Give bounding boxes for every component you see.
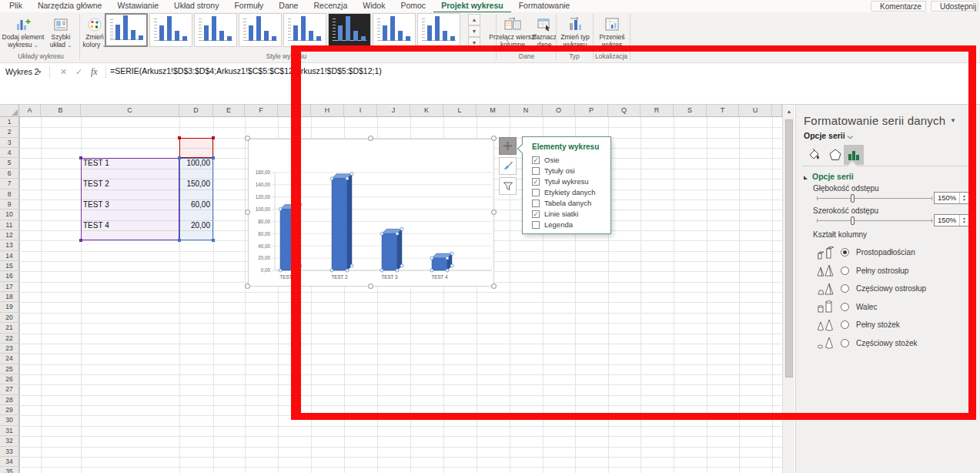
- row-header-27[interactable]: 27: [0, 384, 19, 394]
- gridline-v: [213, 117, 214, 473]
- gridline-h: [19, 436, 782, 437]
- thumb-bar: [249, 25, 253, 41]
- chart-selection-handle[interactable]: [245, 136, 250, 141]
- divider: [49, 66, 50, 78]
- annotation-rectangle: [291, 45, 976, 420]
- row-header-2[interactable]: 2: [0, 127, 19, 137]
- row-header-7[interactable]: 7: [0, 179, 19, 189]
- row-header-10[interactable]: 10: [0, 210, 19, 220]
- chart-selection-handle[interactable]: [245, 210, 250, 215]
- thumb-bar: [227, 36, 232, 41]
- thumb-axis: [377, 18, 380, 41]
- selection-handle: [79, 239, 82, 242]
- column-header-D[interactable]: D: [179, 105, 213, 117]
- row-header-33[interactable]: 33: [0, 447, 19, 457]
- tab-recenzja[interactable]: Recenzja: [306, 0, 355, 13]
- row-header-12[interactable]: 12: [0, 230, 19, 240]
- row-header-16[interactable]: 16: [0, 271, 19, 281]
- tab-plik[interactable]: Plik: [2, 0, 30, 13]
- share-button[interactable]: Udostępnij: [931, 1, 978, 12]
- thumb-bar: [204, 25, 209, 41]
- row-header-21[interactable]: 21: [0, 323, 19, 333]
- gallery-scroll-down[interactable]: ▼: [468, 25, 480, 37]
- cell-D11: 20,00: [179, 220, 210, 230]
- row-header-35[interactable]: 35: [0, 467, 19, 473]
- change-colors-icon: [87, 15, 102, 34]
- tab-dane[interactable]: Dane: [271, 0, 306, 13]
- cancel-icon[interactable]: ✕: [60, 65, 67, 79]
- column-header-F[interactable]: F: [245, 105, 278, 117]
- thumb-bar: [316, 36, 321, 41]
- name-box-dropdown-icon[interactable]: ▼: [37, 65, 42, 79]
- chart-selection-handle[interactable]: [245, 283, 250, 289]
- tab-formuły[interactable]: Formuły: [226, 0, 271, 13]
- row-header-34[interactable]: 34: [0, 457, 19, 467]
- row-header-23[interactable]: 23: [0, 344, 19, 354]
- row-header-32[interactable]: 32: [0, 436, 19, 446]
- tab-widok[interactable]: Widok: [355, 0, 393, 13]
- row-header-11[interactable]: 11: [0, 220, 19, 230]
- row-header-28[interactable]: 28: [0, 395, 19, 405]
- row-header-25[interactable]: 25: [0, 364, 19, 374]
- chart-style-thumbnail-4[interactable]: [239, 13, 282, 47]
- row-header-5[interactable]: 5: [0, 158, 19, 168]
- gallery-scroll-up[interactable]: ▲: [468, 14, 480, 25]
- chart-style-thumbnail-5[interactable]: [283, 13, 326, 47]
- comments-button[interactable]: Komentarze: [871, 1, 926, 12]
- row-header-15[interactable]: 15: [0, 261, 19, 271]
- tab-wstawianie[interactable]: Wstawianie: [109, 0, 166, 13]
- row-header-31[interactable]: 31: [0, 426, 19, 436]
- thumb-bar: [182, 36, 187, 41]
- row-header-1[interactable]: 1: [0, 117, 19, 127]
- row-header-22[interactable]: 22: [0, 334, 19, 344]
- chevron-down-icon: ⌄: [67, 42, 72, 48]
- gridline-v: [41, 117, 42, 473]
- chart-style-thumbnail-8[interactable]: [417, 13, 460, 47]
- row-header-3[interactable]: 3: [0, 138, 19, 148]
- select-all-corner[interactable]: [0, 105, 19, 117]
- column-header-C[interactable]: C: [81, 105, 179, 117]
- gridline-v: [245, 117, 246, 473]
- group-separator: [79, 14, 80, 60]
- enter-icon[interactable]: ✓: [75, 65, 82, 79]
- row-header-9[interactable]: 9: [0, 200, 19, 210]
- row-header-17[interactable]: 17: [0, 282, 19, 292]
- row-header-29[interactable]: 29: [0, 405, 19, 415]
- row-header-30[interactable]: 30: [0, 415, 19, 425]
- cell-C5: TEST 1: [83, 158, 109, 168]
- row-header-8[interactable]: 8: [0, 190, 19, 200]
- change-colors-button[interactable]: Zmień kolory ⌄: [82, 14, 108, 60]
- column-header-B[interactable]: B: [41, 105, 81, 117]
- thumb-bar: [309, 31, 313, 41]
- chart-style-thumbnail-1[interactable]: [105, 13, 148, 47]
- row-header-13[interactable]: 13: [0, 240, 19, 250]
- quick-layout-label2: układ: [50, 41, 65, 49]
- row-header-26[interactable]: 26: [0, 374, 19, 384]
- svg-text:140,00: 140,00: [256, 182, 271, 187]
- thumb-axis: [199, 18, 202, 41]
- chart-style-thumbnail-2[interactable]: [149, 13, 192, 47]
- row-header-19[interactable]: 19: [0, 302, 19, 312]
- insert-function-icon[interactable]: fx: [91, 65, 98, 79]
- chart-style-thumbnail-7[interactable]: [373, 13, 416, 47]
- thumb-bar: [361, 36, 366, 41]
- row-header-14[interactable]: 14: [0, 251, 19, 261]
- row-header-6[interactable]: 6: [0, 169, 19, 179]
- tab-projekt-wykresu[interactable]: Projekt wykresu: [433, 0, 511, 13]
- column-header-A[interactable]: A: [19, 105, 41, 117]
- row-header-18[interactable]: 18: [0, 292, 19, 302]
- thumb-bar: [159, 25, 164, 41]
- row-header-24[interactable]: 24: [0, 354, 19, 364]
- svg-text:40,00: 40,00: [258, 243, 270, 249]
- tab-narzędzia-główne[interactable]: Narzędzia główne: [30, 0, 109, 13]
- add-chart-element-icon: [15, 15, 31, 34]
- row-header-4[interactable]: 4: [0, 148, 19, 158]
- column-header-E[interactable]: E: [213, 105, 245, 117]
- tab-pomoc[interactable]: Pomoc: [393, 0, 433, 13]
- tab-układ-strony[interactable]: Układ strony: [166, 0, 226, 13]
- chart-style-thumbnail-6[interactable]: [328, 13, 371, 47]
- row-header-20[interactable]: 20: [0, 313, 19, 323]
- thumb-bar: [293, 25, 298, 41]
- chart-style-thumbnail-3[interactable]: [194, 13, 237, 47]
- tab-formatowanie[interactable]: Formatowanie: [511, 0, 578, 13]
